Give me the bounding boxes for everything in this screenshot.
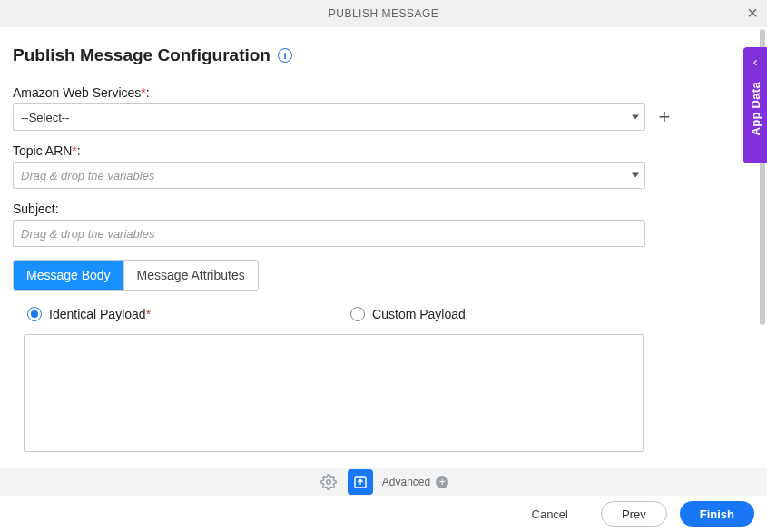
titlebar-title: PUBLISH MESSAGE bbox=[329, 7, 439, 20]
subject-label: Subject: bbox=[13, 202, 754, 216]
topic-input-wrapper[interactable] bbox=[13, 162, 645, 189]
field-subject: Subject: bbox=[13, 202, 754, 247]
subject-input[interactable] bbox=[21, 227, 619, 241]
topic-input[interactable] bbox=[21, 169, 619, 182]
upload-icon[interactable] bbox=[348, 469, 373, 495]
aws-select[interactable]: --Select-- bbox=[13, 103, 645, 131]
titlebar: PUBLISH MESSAGE × bbox=[0, 0, 767, 27]
radio-custom-payload[interactable]: Custom Payload bbox=[350, 307, 466, 321]
field-topic: Topic ARN*: bbox=[13, 143, 754, 189]
radio-identical-payload[interactable]: Identical Payload* bbox=[27, 307, 151, 321]
chevron-left-icon: ‹ bbox=[753, 54, 758, 69]
chevron-down-icon[interactable] bbox=[632, 173, 639, 178]
prev-button[interactable]: Prev bbox=[601, 501, 667, 527]
message-tabs: Message Body Message Attributes bbox=[13, 260, 259, 291]
finish-button[interactable]: Finish bbox=[680, 501, 754, 527]
plus-circle-icon: + bbox=[436, 476, 448, 488]
field-aws: Amazon Web Services*: --Select-- + bbox=[13, 85, 754, 131]
svg-point-0 bbox=[327, 480, 331, 485]
subject-input-wrapper[interactable] bbox=[13, 220, 645, 247]
dialog-footer: Cancel Prev Finish bbox=[0, 496, 767, 532]
chevron-down-icon bbox=[632, 115, 639, 120]
aws-label: Amazon Web Services*: bbox=[13, 85, 754, 100]
app-data-drawer-tab[interactable]: ‹ App Data bbox=[743, 47, 767, 163]
radio-icon bbox=[350, 307, 365, 321]
dialog-content: Publish Message Configuration i Amazon W… bbox=[0, 27, 767, 468]
tab-message-body[interactable]: Message Body bbox=[14, 261, 123, 290]
page-title: Publish Message Configuration bbox=[13, 45, 270, 65]
payload-radio-group: Identical Payload* Custom Payload bbox=[13, 307, 754, 321]
topic-label: Topic ARN*: bbox=[13, 143, 754, 158]
close-icon[interactable]: × bbox=[747, 3, 758, 24]
cancel-button[interactable]: Cancel bbox=[512, 501, 588, 527]
gear-icon[interactable] bbox=[319, 472, 339, 492]
payload-textarea[interactable] bbox=[24, 334, 644, 452]
info-icon[interactable]: i bbox=[278, 48, 292, 63]
tab-message-attributes[interactable]: Message Attributes bbox=[123, 261, 258, 290]
bottom-toolbar: Advanced + bbox=[0, 468, 767, 496]
add-aws-button[interactable]: + bbox=[654, 107, 674, 127]
advanced-toggle[interactable]: Advanced + bbox=[382, 476, 448, 488]
radio-icon bbox=[27, 307, 42, 321]
